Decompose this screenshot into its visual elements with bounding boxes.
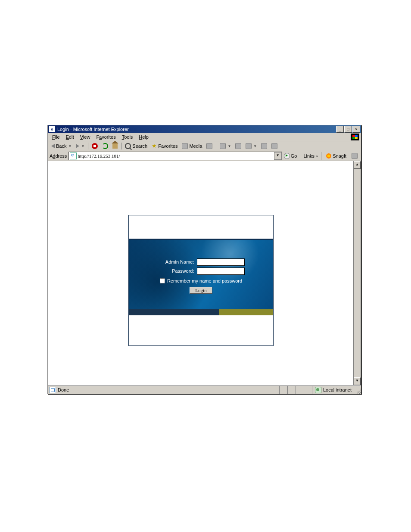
page-icon	[70, 152, 77, 159]
favorites-label: Favorites	[158, 143, 177, 149]
addressbar: Address ▼ Go Links » SnagIt	[48, 151, 361, 161]
snagit-icon	[326, 153, 331, 159]
menu-tools[interactable]: Tools	[119, 134, 136, 140]
edit-dropdown-icon: ▼	[253, 144, 257, 148]
forward-dropdown-icon: ▼	[81, 144, 84, 148]
vertical-scrollbar[interactable]: ▲ ▼	[353, 161, 361, 385]
links-button[interactable]: Links »	[303, 153, 318, 159]
go-label: Go	[291, 153, 297, 159]
back-icon	[51, 144, 55, 148]
history-icon	[206, 143, 212, 149]
discuss-icon	[261, 143, 267, 149]
forward-icon	[76, 144, 79, 148]
mail-icon	[220, 143, 226, 149]
login-accent-bar	[219, 309, 273, 315]
status-cell	[304, 386, 312, 394]
login-form-area: Admin Name: Password: Remember my name a…	[129, 240, 273, 309]
toolbar-separator	[216, 143, 216, 149]
mail-dropdown-icon: ▼	[227, 144, 231, 148]
password-input[interactable]	[197, 268, 245, 275]
remember-label: Remember my name and password	[167, 278, 242, 283]
media-icon	[182, 143, 188, 149]
login-header-blank	[129, 215, 273, 239]
search-icon	[125, 143, 131, 149]
research-button[interactable]	[270, 143, 279, 149]
menubar: File Edit View Favorites Tools Help	[48, 133, 361, 141]
login-footer-blank	[129, 315, 273, 345]
media-button[interactable]: Media	[180, 143, 204, 149]
content-area: Admin Name: Password: Remember my name a…	[48, 161, 361, 386]
status-text: Done	[58, 387, 69, 392]
favorites-icon: ★	[152, 143, 157, 149]
home-button[interactable]	[111, 143, 119, 149]
admin-name-label: Admin Name:	[158, 259, 194, 264]
toolbar-separator	[300, 152, 300, 160]
scroll-up-button[interactable]: ▲	[354, 161, 361, 169]
browser-window: e Login - Microsoft Internet Explorer _ …	[47, 125, 361, 394]
address-input[interactable]	[78, 152, 274, 159]
back-dropdown-icon: ▼	[68, 144, 72, 148]
stop-button[interactable]	[90, 143, 100, 149]
statusbar: Done Local intranet	[48, 386, 361, 394]
address-dropdown-button[interactable]: ▼	[274, 152, 282, 160]
remember-checkbox[interactable]	[160, 278, 165, 283]
status-cell	[296, 386, 304, 394]
home-icon	[112, 143, 118, 149]
edit-icon	[246, 143, 252, 149]
viewport: Admin Name: Password: Remember my name a…	[48, 161, 354, 385]
status-cell	[280, 386, 288, 394]
maximize-button[interactable]: □	[344, 126, 352, 133]
search-label: Search	[132, 143, 147, 149]
go-button[interactable]: Go	[284, 153, 297, 159]
toolbar-separator	[88, 143, 88, 149]
status-page-icon	[50, 387, 56, 393]
toolbar-separator	[121, 143, 121, 149]
menu-file[interactable]: File	[50, 134, 62, 140]
resize-grip[interactable]	[355, 386, 361, 394]
login-footer-band	[129, 309, 273, 315]
print-button[interactable]	[234, 143, 243, 149]
address-label: Address	[50, 153, 67, 159]
login-button[interactable]: Login	[190, 287, 212, 294]
refresh-button[interactable]	[100, 143, 110, 149]
discuss-button[interactable]	[259, 143, 269, 149]
favorites-button[interactable]: ★ Favorites	[150, 143, 179, 149]
address-field-wrap: ▼	[68, 152, 282, 160]
ie-icon: e	[49, 126, 56, 133]
snagit-button[interactable]: SnagIt	[324, 153, 348, 159]
menu-help[interactable]: Help	[136, 134, 151, 140]
menu-edit[interactable]: Edit	[63, 134, 77, 140]
print-icon	[235, 143, 241, 149]
menu-favorites[interactable]: Favorites	[93, 134, 118, 140]
titlebar: e Login - Microsoft Internet Explorer _ …	[48, 125, 361, 133]
minimize-button[interactable]: _	[336, 126, 344, 133]
mail-button[interactable]: ▼	[218, 143, 233, 149]
forward-button[interactable]: ▼	[74, 143, 86, 149]
admin-name-input[interactable]	[197, 258, 245, 266]
windows-logo-icon	[351, 134, 359, 140]
password-label: Password:	[158, 268, 194, 274]
edit-button[interactable]: ▼	[244, 143, 258, 149]
back-label: Back	[56, 143, 66, 149]
snagit-label: SnagIt	[333, 153, 346, 159]
snagit-extra-icon	[352, 153, 358, 159]
window-title: Login - Microsoft Internet Explorer	[57, 127, 336, 132]
menu-view[interactable]: View	[78, 134, 93, 140]
search-button[interactable]: Search	[123, 143, 149, 149]
toolbar-separator	[321, 152, 321, 160]
research-icon	[271, 143, 277, 149]
login-panel: Admin Name: Password: Remember my name a…	[128, 215, 274, 346]
stop-icon	[92, 143, 98, 149]
zone-icon	[315, 387, 321, 393]
snagit-extra-button[interactable]	[350, 152, 359, 159]
zone-label: Local intranet	[323, 387, 352, 392]
toolbar: Back ▼ ▼ Search ★ Favorites Media	[48, 141, 361, 151]
close-button[interactable]: ×	[352, 126, 360, 133]
back-button[interactable]: Back ▼	[50, 143, 73, 149]
scroll-down-button[interactable]: ▼	[354, 377, 361, 385]
history-button[interactable]	[205, 143, 214, 149]
media-label: Media	[189, 143, 202, 149]
go-icon	[284, 153, 290, 159]
menu-file-rest: ile	[55, 134, 60, 140]
security-zone: Local intranet	[312, 387, 355, 393]
